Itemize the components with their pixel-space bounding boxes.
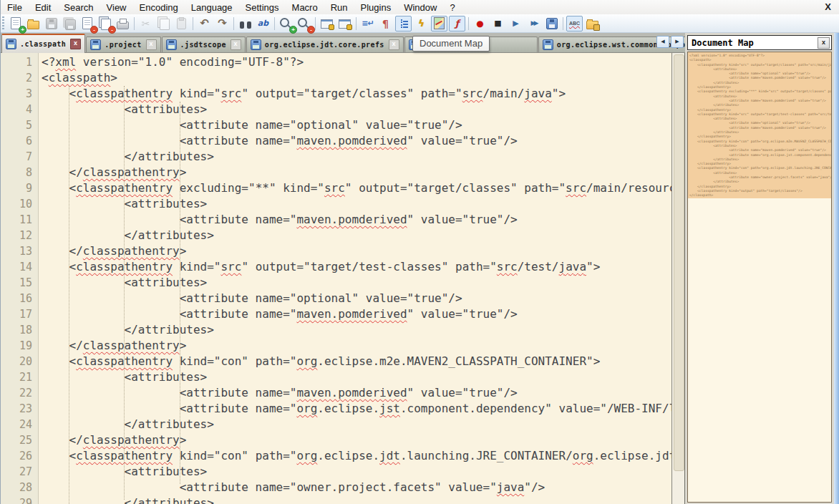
doc-switcher-icon[interactable]: ϟ [413,16,430,32]
document-map-scrollbar[interactable] [834,33,839,504]
tab-scroll-right-icon[interactable]: ▶ [671,36,684,48]
code-line-7[interactable]: 7 </attributes> [1,149,671,165]
menu-item-help[interactable]: ? [443,1,461,14]
code-line-20[interactable]: 20 <classpathentry kind="con" path="org.… [1,354,671,369]
menu-item-plugins[interactable]: Plugins [354,1,398,14]
tab-.jsdtscope[interactable]: .jsdtscopex [162,37,246,52]
editor-vertical-scrollbar[interactable] [672,53,685,504]
tab-close-icon[interactable]: x [146,39,157,50]
sync-vertical-scroll-icon[interactable] [319,16,335,32]
menu-item-language[interactable]: Language [185,1,239,14]
sync-horizontal-scroll-icon[interactable] [336,16,353,32]
tab-label: .classpath [20,41,66,48]
folder-monitor-icon[interactable] [584,16,601,32]
code-line-23[interactable]: 23 <attribute name="org.eclipse.jst.comp… [1,401,671,417]
tab-close-icon[interactable]: x [70,39,81,49]
code-line-11[interactable]: 11 <attribute name="maven.pomderived" va… [1,212,671,228]
menu-item-run[interactable]: Run [324,1,354,14]
code-line-6[interactable]: 6 <attribute name="maven.pomderived" val… [1,133,671,149]
code-line-17[interactable]: 17 <attribute name="maven.pomderived" va… [1,306,671,322]
show-indent-guide-icon[interactable] [395,16,412,32]
undo-icon[interactable]: ↶ [196,16,213,32]
notepad-plus-plus-window: FileEditSearchViewEncodingLanguageSettin… [0,0,839,504]
code-line-12[interactable]: 12 </attributes> [1,228,671,243]
code-line-22[interactable]: 22 <attribute name="maven.pomderived" va… [1,385,671,401]
document-map-title-bar[interactable]: Document Map x [687,35,832,50]
code-line-1[interactable]: 1<?xml version="1.0" encoding="UTF-8"?> [1,54,671,70]
function-list-icon[interactable]: ƒ [449,16,465,32]
redo-icon[interactable]: ↷ [214,16,231,32]
menu-item-file[interactable]: File [1,1,29,14]
tab-close-icon[interactable]: x [389,39,399,50]
window-close-button[interactable]: X [822,1,834,13]
code-line-4[interactable]: 4 <attributes> [1,102,671,117]
macro-run-multiple-icon[interactable]: ▶▶ [525,16,542,32]
menu-item-macro[interactable]: Macro [286,1,324,14]
menu-item-edit[interactable]: Edit [29,1,57,14]
saved-file-icon [543,39,553,50]
spell-check-icon[interactable]: ABC [566,16,583,32]
menu-item-encoding[interactable]: Encoding [133,1,185,14]
code-line-9[interactable]: 9 <classpathentry excluding="**" kind="s… [1,180,671,196]
document-map-icon[interactable] [431,16,447,32]
save-icon [46,18,57,29]
code-line-5[interactable]: 5 <attribute name="optional" value="true… [1,117,671,133]
save-all-icon[interactable] [61,16,77,32]
editor-scrollbar-thumb[interactable] [674,54,684,471]
code-line-16[interactable]: 16 <attribute name="optional" value="tru… [1,291,671,306]
code-line-26[interactable]: 26 <classpathentry kind="con" path="org.… [1,448,671,464]
close-all-docs-icon[interactable]: - [97,16,113,32]
new-file-icon[interactable]: + [7,16,24,32]
document-map-content[interactable]: <?xml version="1.0" encoding="UTF-8"?><c… [687,52,832,503]
close-doc-icon[interactable]: - [79,16,95,32]
line-text: </classpathentry> [42,338,186,354]
menu-item-view[interactable]: View [100,1,133,14]
code-line-2[interactable]: 2<classpath> [1,70,671,86]
print-icon[interactable] [115,16,131,32]
code-line-8[interactable]: 8 </classpathentry> [1,165,671,180]
macro-record-icon[interactable]: ● [472,16,488,32]
code-line-24[interactable]: 24 </attributes> [1,417,671,432]
tab-.project[interactable]: .projectx [86,37,160,52]
code-line-18[interactable]: 18 </attributes> [1,322,671,338]
macro-stop-icon[interactable]: ■ [490,16,506,32]
code-line-3[interactable]: 3 <classpathentry kind="src" output="tar… [1,86,671,102]
replace-icon[interactable]: ab [255,16,271,32]
word-wrap-icon[interactable]: ≡↵ [359,16,376,32]
menu-item-search[interactable]: Search [57,1,100,14]
find-icon[interactable] [237,16,253,32]
toolbar-grip[interactable] [2,16,4,31]
code-line-28[interactable]: 28 <attribute name="owner.project.facets… [1,480,671,495]
tab-.classpath[interactable]: .classpathx [1,34,85,53]
show-all-characters-icon[interactable]: ¶ [377,16,394,32]
code-line-10[interactable]: 10 <attributes> [1,196,671,212]
code-line-19[interactable]: 19 </classpathentry> [1,338,671,354]
save-icon[interactable] [43,16,59,32]
zoom-out-icon[interactable]: - [296,16,312,32]
code-line-21[interactable]: 21 <attributes> [1,369,671,385]
menu-item-window[interactable]: Window [397,1,443,14]
code-line-27[interactable]: 27 <attributes> [1,464,671,480]
line-text: </attributes> [42,322,214,338]
line-number: 9 [1,180,32,196]
tab-close-icon[interactable]: x [231,39,241,50]
line-number: 17 [1,306,32,322]
editor-pane[interactable]: 1<?xml version="1.0" encoding="UTF-8"?>2… [1,53,672,504]
menu-item-settings[interactable]: Settings [239,1,286,14]
copy-icon[interactable] [155,16,172,32]
paste-icon[interactable] [173,16,190,32]
code-line-25[interactable]: 25 </classpathentry> [1,432,671,448]
code-line-29[interactable]: 29 </attributes> [1,495,671,504]
open-file-icon[interactable] [25,16,42,32]
tab-scroll-left-icon[interactable]: ◀ [656,36,669,48]
code-line-13[interactable]: 13 </classpathentry> [1,243,671,259]
macro-save-icon[interactable] [543,16,560,32]
cut-icon[interactable]: ✂ [137,16,154,32]
macro-play-icon[interactable]: ▶ [508,16,524,32]
line-number: 20 [1,354,32,369]
code-line-14[interactable]: 14 <classpathentry kind="src" output="ta… [1,259,671,275]
tab-org.eclipse.jdt.core.prefs[interactable]: org.eclipse.jdt.core.prefsx [246,37,404,52]
document-map-close-button[interactable]: x [818,37,830,49]
code-line-15[interactable]: 15 <attributes> [1,275,671,291]
zoom-in-icon[interactable]: + [278,16,294,32]
